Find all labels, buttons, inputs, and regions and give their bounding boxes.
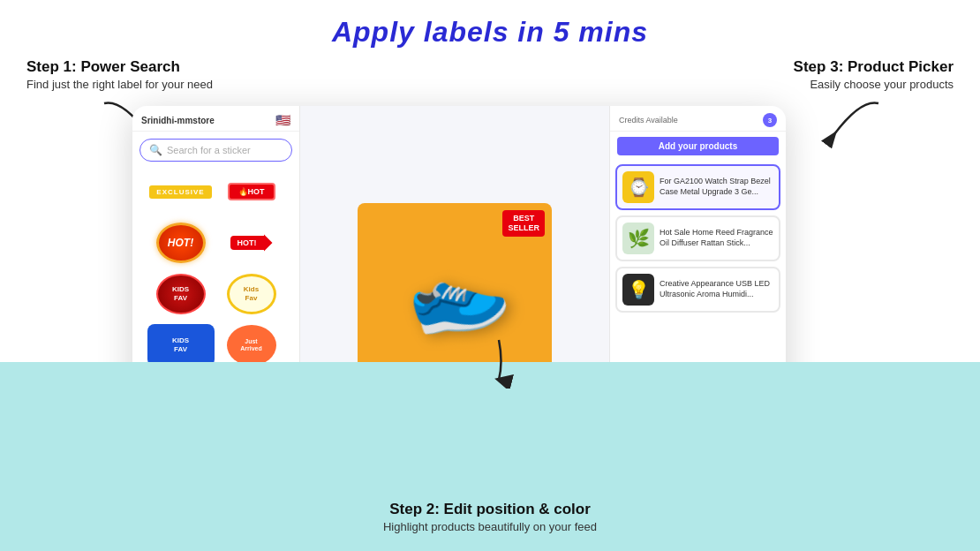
credits-badge: 3 [763, 113, 777, 127]
sticker-row-2: HOT! HOT! [138, 220, 294, 266]
product-thumb-2: 🌿 [622, 223, 654, 254]
search-placeholder-text: Search for a sticker [167, 145, 251, 155]
step1-title: Step 1: Power Search [26, 58, 213, 76]
credits-label: Credits Available [619, 116, 678, 125]
search-bar[interactable]: 🔍 Search for a sticker [139, 139, 292, 162]
product-item-2[interactable]: 🌿 Hot Sale Home Reed Fragrance Oil Diffu… [615, 215, 780, 261]
page-title: Apply labels in 5 mins [0, 0, 980, 49]
product-shoe: 👟 [392, 231, 516, 352]
product-item-3[interactable]: 💡 Creative Appearance USB LED Ultrasonic… [615, 267, 780, 313]
product-name-2: Hot Sale Home Reed Fragrance Oil Diffuse… [660, 228, 773, 248]
store-name: Srinidhi-mmstore [141, 116, 215, 125]
bottom-section: Step 2: Edit position & color Highlight … [0, 362, 980, 551]
step1-label: Step 1: Power Search Find just the right… [26, 58, 213, 91]
product-item-1[interactable]: ⌚ For GA2100 Watch Strap Bezel Case Meta… [615, 164, 780, 210]
top-section: Apply labels in 5 mins Step 1: Power Sea… [0, 0, 980, 362]
credits-header: Credits Available 3 [610, 106, 786, 132]
step1-desc: Find just the right label for your need [26, 78, 213, 91]
arrow-step2-icon [472, 336, 525, 389]
sticker-hot-tag[interactable]: HOT! [218, 220, 285, 266]
product-name-3: Creative Appearance USB LED Ultrasonic A… [660, 279, 773, 299]
sticker-hot-red[interactable]: 🔥HOT [218, 169, 285, 215]
add-products-button[interactable]: Add your products [617, 137, 779, 155]
arrow-step3-icon [817, 99, 887, 152]
step2-desc: Highlight products beautifully on your f… [383, 520, 597, 533]
search-icon: 🔍 [149, 144, 162, 156]
sticker-hot-comic[interactable]: HOT! [147, 220, 215, 266]
product-name-1: For GA2100 Watch Strap Bezel Case Metal … [660, 177, 773, 197]
step3-desc: Easily choose your products [794, 78, 954, 91]
step2-title: Step 2: Edit position & color [383, 501, 597, 518]
store-header: Srinidhi-mmstore 🇺🇸 [132, 106, 299, 132]
best-seller-badge: BEST SELLER [502, 210, 545, 237]
sticker-kids-fac[interactable]: KidsFav [218, 271, 285, 317]
flag-icon: 🇺🇸 [275, 113, 290, 127]
sticker-row-1: EXCLUSIVE 🔥HOT [138, 169, 294, 215]
product-thumb-1: ⌚ [622, 171, 654, 203]
product-thumb-3: 💡 [622, 274, 654, 306]
sticker-row-3: KIDSFAV KidsFav [138, 271, 294, 317]
sticker-kids-fav-red[interactable]: KIDSFAV [147, 271, 215, 317]
step3-title: Step 3: Product Picker [794, 58, 954, 76]
sticker-exclusive[interactable]: EXCLUSIVE [147, 169, 215, 215]
step2-label: Step 2: Edit position & color Highlight … [383, 501, 597, 533]
step3-label: Step 3: Product Picker Easily choose you… [794, 58, 954, 91]
